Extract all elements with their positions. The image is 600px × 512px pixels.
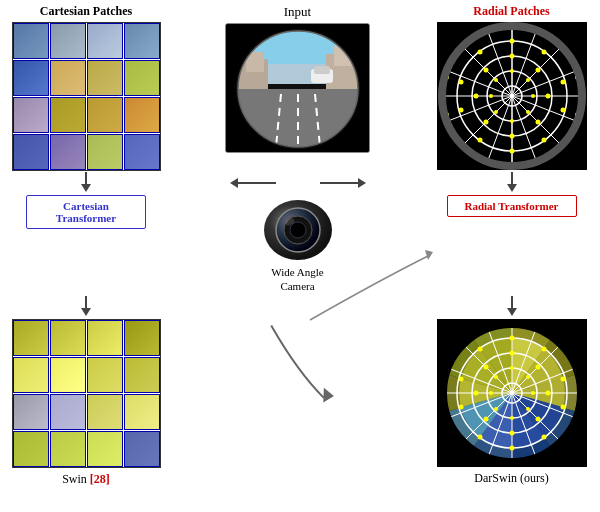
svg-point-128 <box>483 364 488 369</box>
svg-marker-71 <box>230 178 238 188</box>
list-item <box>13 431 49 467</box>
svg-point-123 <box>545 390 550 395</box>
list-item <box>87 134 123 170</box>
svg-point-43 <box>560 80 565 85</box>
svg-point-134 <box>494 407 498 411</box>
swin-citation: [28] <box>90 472 110 486</box>
svg-marker-82 <box>81 308 91 316</box>
svg-marker-85 <box>316 387 334 405</box>
list-item <box>87 23 123 59</box>
svg-point-55 <box>509 134 514 139</box>
svg-point-62 <box>526 110 530 114</box>
arrow-down-radial-2 <box>429 296 594 318</box>
camera-col: Wide AngleCamera <box>166 195 429 294</box>
arrow-down-cartesian <box>6 172 166 194</box>
list-item <box>13 134 49 170</box>
svg-point-116 <box>509 445 514 450</box>
svg-point-126 <box>483 416 488 421</box>
svg-point-113 <box>560 376 565 381</box>
arrows-row-1 <box>0 172 600 194</box>
svg-point-53 <box>545 94 550 99</box>
svg-point-132 <box>526 407 530 411</box>
svg-point-44 <box>560 108 565 113</box>
svg-point-58 <box>483 68 488 73</box>
fisheye-image <box>225 23 370 153</box>
svg-point-48 <box>458 108 463 113</box>
list-item <box>124 23 160 59</box>
list-item <box>13 23 49 59</box>
svg-point-131 <box>531 391 535 395</box>
svg-point-56 <box>483 120 488 125</box>
list-item <box>50 431 86 467</box>
svg-point-54 <box>535 120 540 125</box>
down-arrow-svg <box>76 172 96 194</box>
radial-transformer-box: Radial Transformer <box>447 195 577 217</box>
svg-point-121 <box>509 350 514 355</box>
darswin-col: DarSwin (ours) <box>429 319 594 486</box>
radial-patches-col: Radial Patches <box>429 4 594 170</box>
svg-point-118 <box>458 404 463 409</box>
list-item <box>87 394 123 430</box>
cartesian-transformer-box: CartesianTransformer <box>26 195 146 229</box>
svg-point-127 <box>473 390 478 395</box>
swin-label: Swin [28] <box>62 472 110 487</box>
list-item <box>13 394 49 430</box>
radial-patches-label: Radial Patches <box>473 4 549 19</box>
camera-label: Wide AngleCamera <box>271 265 323 294</box>
list-item <box>124 134 160 170</box>
svg-point-47 <box>477 138 482 143</box>
input-label: Input <box>284 4 311 20</box>
radial-patches-svg <box>437 22 587 170</box>
svg-point-136 <box>494 375 498 379</box>
down-arrow-radial-svg <box>502 172 522 194</box>
radial-patches-image <box>437 22 587 170</box>
right-arrow-svg <box>318 173 368 193</box>
svg-marker-75 <box>507 184 517 192</box>
svg-point-115 <box>541 434 546 439</box>
list-item <box>124 431 160 467</box>
svg-point-117 <box>477 434 482 439</box>
cartesian-transformer-col: CartesianTransformer <box>6 195 166 229</box>
mid-spacer <box>166 296 429 318</box>
svg-point-122 <box>535 364 540 369</box>
swin-patches-grid <box>12 319 161 468</box>
svg-point-114 <box>560 404 565 409</box>
bottom-center-spacer <box>166 319 429 455</box>
svg-point-61 <box>531 94 535 98</box>
list-item <box>13 357 49 393</box>
svg-point-59 <box>510 69 514 73</box>
svg-point-120 <box>477 346 482 351</box>
svg-point-79 <box>290 222 306 238</box>
svg-point-133 <box>510 416 514 420</box>
curve-connector <box>166 319 429 451</box>
input-arrows <box>166 172 429 194</box>
svg-point-65 <box>489 94 493 98</box>
svg-marker-69 <box>81 184 91 192</box>
svg-point-46 <box>509 149 514 154</box>
darswin-label: DarSwin (ours) <box>474 471 548 486</box>
svg-point-51 <box>509 54 514 59</box>
camera-svg <box>258 195 338 265</box>
svg-point-45 <box>541 138 546 143</box>
svg-point-112 <box>541 346 546 351</box>
cartesian-patches-col: Cartesian Patches <box>6 4 166 171</box>
svg-point-57 <box>473 94 478 99</box>
radial-transformer-col: Radial Transformer <box>429 195 594 217</box>
svg-point-41 <box>509 39 514 44</box>
mid-row: CartesianTransformer <box>0 195 600 294</box>
radial-transformer-label: Radial Transformer <box>465 200 559 212</box>
list-item <box>87 320 123 356</box>
list-item <box>87 60 123 96</box>
cartesian-patches-grid <box>12 22 161 171</box>
list-item <box>124 320 160 356</box>
svg-point-64 <box>494 110 498 114</box>
list-item <box>124 394 160 430</box>
list-item <box>13 97 49 133</box>
svg-marker-73 <box>358 178 366 188</box>
list-item <box>13 60 49 96</box>
list-item <box>50 97 86 133</box>
list-item <box>87 357 123 393</box>
arrows-row-2 <box>0 296 600 318</box>
main-container: Cartesian Patches In <box>0 0 600 512</box>
list-item <box>124 97 160 133</box>
